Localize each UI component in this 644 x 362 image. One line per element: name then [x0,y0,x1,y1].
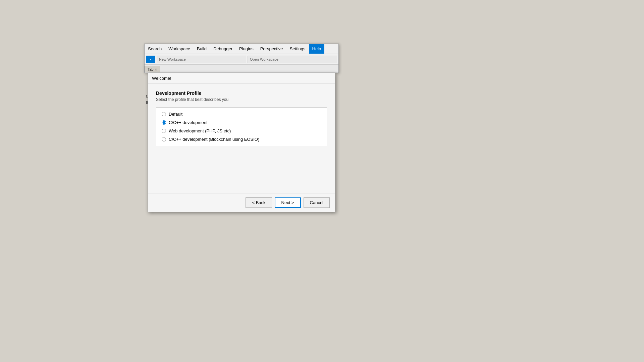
cancel-button[interactable]: Cancel [304,197,330,208]
section-title: Development Profile [156,90,327,96]
menu-plugins[interactable]: Plugins [236,44,257,54]
radio-group: Default C/C++ development Web developmen… [156,107,327,146]
menu-bar: Search Workspace Build Debugger Plugins … [145,44,338,54]
dialog-spacer [156,146,327,186]
menu-settings[interactable]: Settings [286,44,309,54]
option-default-label: Default [169,112,182,117]
toolbar-placeholder: New Workspace Open Workspace [157,56,337,63]
radio-blockchain[interactable] [162,137,166,141]
ide-window: Search Workspace Build Debugger Plugins … [144,44,339,73]
radio-web[interactable] [162,129,166,133]
close-button[interactable]: × [146,56,155,63]
menu-perspective[interactable]: Perspective [257,44,286,54]
tab-item[interactable]: Tab × [145,66,160,72]
tab-close-icon[interactable]: × [155,67,157,71]
menu-help[interactable]: Help [309,44,325,54]
back-button[interactable]: < Back [246,197,272,208]
dialog-titlebar: Welcome! [148,73,335,84]
option-blockchain-label: C/C++ development (Blockchain using EOSI… [169,137,259,142]
tab-bar: Tab × [145,65,338,73]
option-web[interactable]: Web development (PHP, JS etc) [162,128,321,133]
menu-debugger[interactable]: Debugger [210,44,236,54]
dialog-title: Welcome! [152,76,171,81]
radio-cpp[interactable] [162,120,166,125]
option-cpp-label: C/C++ development [169,120,208,125]
option-web-label: Web development (PHP, JS etc) [169,128,231,133]
menu-workspace[interactable]: Workspace [165,44,194,54]
menu-build[interactable]: Build [194,44,210,54]
section-subtitle: Select the profile that best describes y… [156,97,327,102]
dialog-container: Welcome! Development Profile Select the … [145,73,338,212]
option-blockchain[interactable]: C/C++ development (Blockchain using EOSI… [162,137,321,142]
toolbar-area: × New Workspace Open Workspace [145,54,338,65]
toolbar-new-workspace: New Workspace [157,56,246,63]
toolbar-open-workspace: Open Workspace [248,56,337,63]
dialog-footer: < Back Next > Cancel [148,193,335,212]
welcome-dialog: Welcome! Development Profile Select the … [148,73,335,212]
option-cpp[interactable]: C/C++ development [162,120,321,125]
dialog-body: Development Profile Select the profile t… [148,84,335,193]
tab-label: Tab [148,67,154,71]
next-button[interactable]: Next > [275,197,301,208]
option-default[interactable]: Default [162,112,321,117]
menu-search[interactable]: Search [145,44,165,54]
radio-default[interactable] [162,112,166,116]
